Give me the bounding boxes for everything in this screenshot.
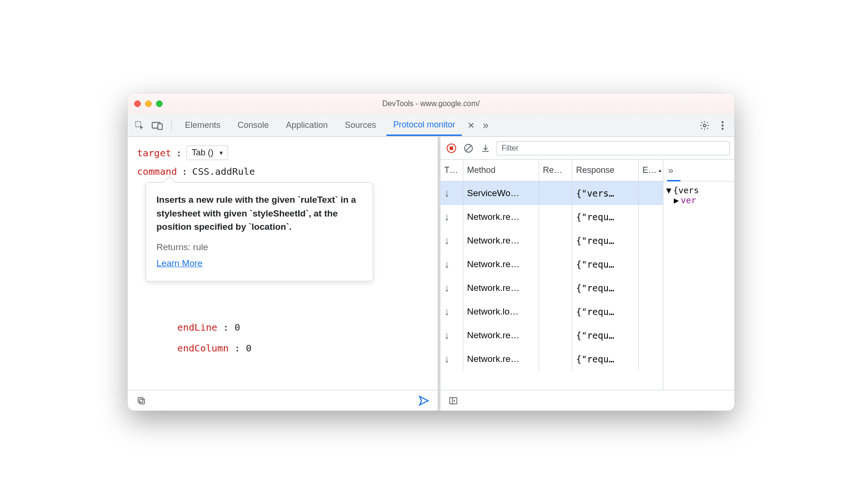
cell-response: {"vers… xyxy=(572,181,639,205)
tooltip-description: Inserts a new rule with the given `ruleT… xyxy=(156,195,356,232)
record-stop-icon[interactable] xyxy=(445,142,458,154)
copy-icon[interactable] xyxy=(134,394,148,408)
command-doc-tooltip: Inserts a new rule with the given `ruleT… xyxy=(146,182,373,281)
table-row[interactable]: ↓Network.re…{"requ… xyxy=(440,324,663,347)
monitor-toolbar: Filter xyxy=(440,137,734,160)
cell-elapsed xyxy=(639,324,662,347)
th-type[interactable]: T… xyxy=(440,160,463,181)
table-row[interactable]: ↓Network.lo…{"requ… xyxy=(440,300,663,324)
svg-point-6 xyxy=(722,127,724,129)
tree-root: {vers xyxy=(673,185,699,195)
table-row[interactable]: ↓Network.re…{"requ… xyxy=(440,252,663,276)
toggle-side-panel-icon[interactable] xyxy=(446,394,460,408)
cell-method: Network.re… xyxy=(463,205,539,229)
download-icon[interactable] xyxy=(479,142,492,154)
table-row[interactable]: ↓Network.re…{"requ… xyxy=(440,229,663,252)
svg-point-5 xyxy=(722,124,724,126)
th-request[interactable]: Re… xyxy=(539,160,572,181)
table-row[interactable]: ↓Network.re…{"requ… xyxy=(440,205,663,229)
sort-indicator-icon: ▲ xyxy=(658,168,662,173)
cell-direction: ↓ xyxy=(440,276,463,300)
th-response[interactable]: Response xyxy=(572,160,639,181)
arrow-down-icon: ↓ xyxy=(444,211,449,223)
param-name: endColumn xyxy=(177,342,229,354)
close-tab-icon[interactable]: ✕ xyxy=(468,120,475,131)
cell-elapsed xyxy=(639,252,662,276)
arrow-down-icon: ↓ xyxy=(444,353,449,365)
command-value[interactable]: CSS.addRule xyxy=(192,166,255,177)
detail-tree[interactable]: ▼ {vers ▶ ver xyxy=(663,181,734,390)
arrow-down-icon: ↓ xyxy=(444,234,449,247)
svg-rect-2 xyxy=(158,124,162,129)
table-row[interactable]: ↓Network.re…{"requ… xyxy=(440,347,663,371)
devtools-tabbar: Elements Console Application Sources Pro… xyxy=(128,114,734,137)
kebab-menu-icon[interactable] xyxy=(715,118,730,133)
th-method[interactable]: Method xyxy=(463,160,539,181)
param-value[interactable]: 0 xyxy=(246,342,252,354)
cell-response: {"requ… xyxy=(572,252,639,276)
target-select-value: Tab () xyxy=(192,148,213,158)
arrow-down-icon: ↓ xyxy=(444,282,449,294)
tree-caret-icon[interactable]: ▶ xyxy=(674,195,679,205)
cell-elapsed xyxy=(639,205,662,229)
cell-response: {"requ… xyxy=(572,276,639,300)
svg-rect-10 xyxy=(449,146,453,150)
tab-protocol-monitor[interactable]: Protocol monitor xyxy=(386,115,462,136)
arrow-down-icon: ↓ xyxy=(444,329,449,342)
more-tabs-icon[interactable]: » xyxy=(478,118,493,133)
cell-direction: ↓ xyxy=(440,205,463,229)
cell-request xyxy=(539,205,572,229)
param-value[interactable]: 0 xyxy=(234,322,240,333)
table-row[interactable]: ↓ServiceWo…{"vers… xyxy=(440,181,663,205)
table-row[interactable]: ↓Network.re…{"requ… xyxy=(440,276,663,300)
more-detail-tabs-icon[interactable]: » xyxy=(668,165,673,176)
target-select[interactable]: Tab () xyxy=(186,145,228,160)
close-window-button[interactable] xyxy=(134,100,141,107)
param-row: endColumn : 0 xyxy=(177,338,252,359)
settings-gear-icon[interactable] xyxy=(697,118,712,133)
cell-request xyxy=(539,181,572,205)
param-row: endLine : 0 xyxy=(177,317,252,338)
cell-request xyxy=(539,300,572,324)
cell-method: Network.lo… xyxy=(463,300,539,324)
cell-method: Network.re… xyxy=(463,276,539,300)
device-toolbar-icon[interactable] xyxy=(150,118,165,133)
tab-console[interactable]: Console xyxy=(231,116,275,135)
command-params: endLine : 0 endColumn : 0 xyxy=(177,317,252,359)
separator xyxy=(171,119,172,132)
cell-response: {"requ… xyxy=(572,300,639,324)
arrow-down-icon: ↓ xyxy=(444,306,449,318)
tree-key: ver xyxy=(681,195,697,205)
cell-direction: ↓ xyxy=(440,229,463,252)
param-name: endLine xyxy=(177,322,217,333)
cell-response: {"requ… xyxy=(572,347,639,371)
th-elapsed[interactable]: E…▲ xyxy=(639,160,662,181)
cell-method: Network.re… xyxy=(463,324,539,347)
message-detail-panel: » ▼ {vers ▶ ver xyxy=(663,160,734,390)
tree-caret-icon[interactable]: ▼ xyxy=(666,185,671,195)
svg-point-3 xyxy=(703,124,706,127)
zoom-window-button[interactable] xyxy=(156,100,163,107)
cell-request xyxy=(539,276,572,300)
protocol-monitor-panel: Filter T… Method Re… Response E…▲ ↓Servi… xyxy=(440,137,734,411)
cell-method: Network.re… xyxy=(463,229,539,252)
editor-bottombar xyxy=(128,390,438,411)
inspect-element-icon[interactable] xyxy=(132,118,147,133)
tab-sources[interactable]: Sources xyxy=(338,116,383,135)
tab-elements[interactable]: Elements xyxy=(178,116,227,135)
cell-request xyxy=(539,347,572,371)
command-label: command xyxy=(137,166,177,177)
filter-input[interactable]: Filter xyxy=(496,141,730,155)
cell-elapsed xyxy=(639,347,662,371)
tab-application[interactable]: Application xyxy=(279,116,334,135)
clear-icon[interactable] xyxy=(462,142,475,154)
cell-method: Network.re… xyxy=(463,347,539,371)
send-command-icon[interactable] xyxy=(417,394,431,408)
cell-direction: ↓ xyxy=(440,347,463,371)
table-body: ↓ServiceWo…{"vers…↓Network.re…{"requ…↓Ne… xyxy=(440,181,663,390)
learn-more-link[interactable]: Learn More xyxy=(156,257,202,270)
svg-point-4 xyxy=(722,121,724,123)
cell-direction: ↓ xyxy=(440,181,463,205)
minimize-window-button[interactable] xyxy=(145,100,152,107)
cell-elapsed xyxy=(639,181,662,205)
